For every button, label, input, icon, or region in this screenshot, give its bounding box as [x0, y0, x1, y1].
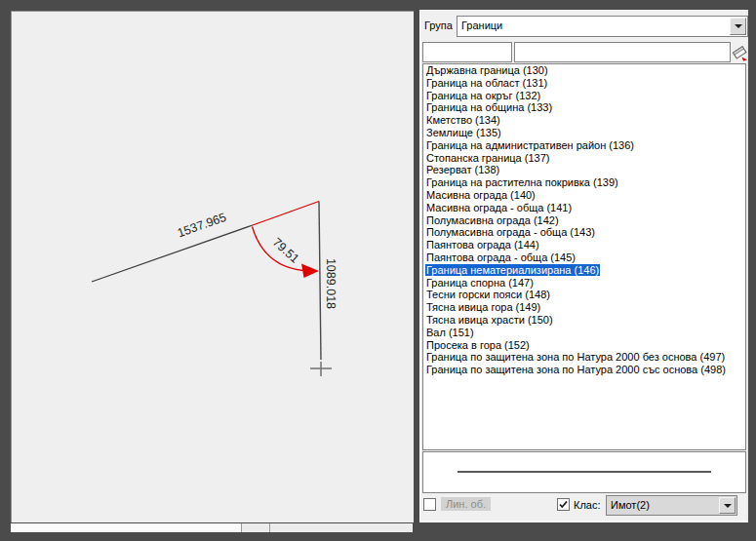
angle-arrowhead [301, 264, 319, 279]
list-item[interactable]: Граница на растителна покривка (139) [423, 176, 745, 189]
drawing-canvas[interactable]: 1537.965 79.51 1089.018 [11, 11, 414, 522]
list-item[interactable]: Тесни горски пояси (148) [423, 289, 745, 301]
boundary-drawing: 1537.965 79.51 1089.018 [12, 12, 414, 522]
eraser-icon [732, 43, 749, 62]
scrollbar-tick [241, 523, 242, 532]
dimension-line-2 [319, 202, 321, 361]
group-combobox-dropdown-button[interactable] [730, 18, 746, 35]
klas-combobox-dropdown-button[interactable] [719, 497, 736, 514]
klas-label: Клас: [574, 499, 601, 511]
line-style-sample [458, 471, 711, 473]
list-item[interactable]: Граница спорна (147) [423, 277, 745, 290]
red-extension-line [253, 202, 319, 226]
list-item[interactable]: Паянтова ограда - обща (145) [423, 251, 745, 264]
eraser-button[interactable] [732, 43, 749, 62]
list-item[interactable]: Просека в гора (152) [423, 339, 745, 352]
list-item[interactable]: Граница на област (131) [423, 77, 745, 90]
list-item[interactable]: Граница на община (133) [423, 101, 745, 114]
list-item[interactable]: Кметство (134) [423, 114, 745, 127]
list-item[interactable]: Стопанска граница (137) [423, 152, 745, 165]
group-label: Група [424, 19, 453, 31]
klas-combobox[interactable]: Имот(2) [606, 495, 737, 516]
distance-label-1: 1537.965 [176, 211, 228, 241]
list-item[interactable]: Граница на окръг (132) [423, 90, 745, 102]
list-item[interactable]: Полумасивна ограда - обща (143) [423, 226, 745, 239]
lin-ob-label: Лин. об. [441, 497, 491, 511]
list-item[interactable]: Граница нематериализирана (146) [423, 264, 745, 277]
chevron-down-icon [735, 24, 742, 32]
layer-listbox[interactable]: Държавна граница (130)Граница на област … [422, 63, 746, 450]
list-item[interactable]: Полумасивна ограда (142) [423, 214, 745, 227]
group-combobox[interactable]: Граници [457, 16, 748, 37]
list-item[interactable]: Масивна ограда (140) [423, 189, 745, 202]
list-item[interactable]: Тясна ивица гора (149) [423, 301, 745, 314]
list-item[interactable]: Граница на административен район (136) [423, 139, 745, 152]
dimension-line-1 [92, 225, 253, 282]
group-combobox-value: Граници [461, 19, 502, 31]
list-item[interactable]: Граница по защитена зона по Натура 2000 … [423, 364, 745, 376]
distance-label-2: 1089.018 [324, 258, 338, 309]
list-item[interactable]: Вал (151) [423, 327, 745, 339]
filter-input-left[interactable] [422, 42, 512, 62]
list-item[interactable]: Землище (135) [423, 127, 745, 139]
list-item[interactable]: Държавна граница (130) [423, 64, 745, 77]
line-style-preview [422, 451, 746, 493]
list-item[interactable]: Паянтова ограда (144) [423, 239, 745, 251]
filter-input-right[interactable] [514, 42, 731, 62]
klas-combobox-value: Имот(2) [611, 499, 650, 511]
klas-checkbox[interactable] [557, 498, 570, 511]
list-item[interactable]: Граница по защитена зона по Натура 2000 … [423, 351, 745, 364]
horizontal-scrollbar[interactable] [11, 523, 413, 532]
list-item[interactable]: Тясна ивица храсти (150) [423, 314, 745, 327]
layer-selection-panel: Група Граници Държавна граница (130)Гран… [419, 10, 748, 522]
list-item[interactable]: Масивна ограда - обща (141) [423, 202, 745, 214]
chevron-down-icon [724, 504, 732, 512]
scrollbar-tick [269, 523, 270, 532]
lin-ob-checkbox[interactable] [423, 498, 436, 511]
checkmark-icon [558, 499, 569, 510]
scrollbar-thumb[interactable] [11, 523, 242, 532]
list-item[interactable]: Резерват (138) [423, 164, 745, 176]
